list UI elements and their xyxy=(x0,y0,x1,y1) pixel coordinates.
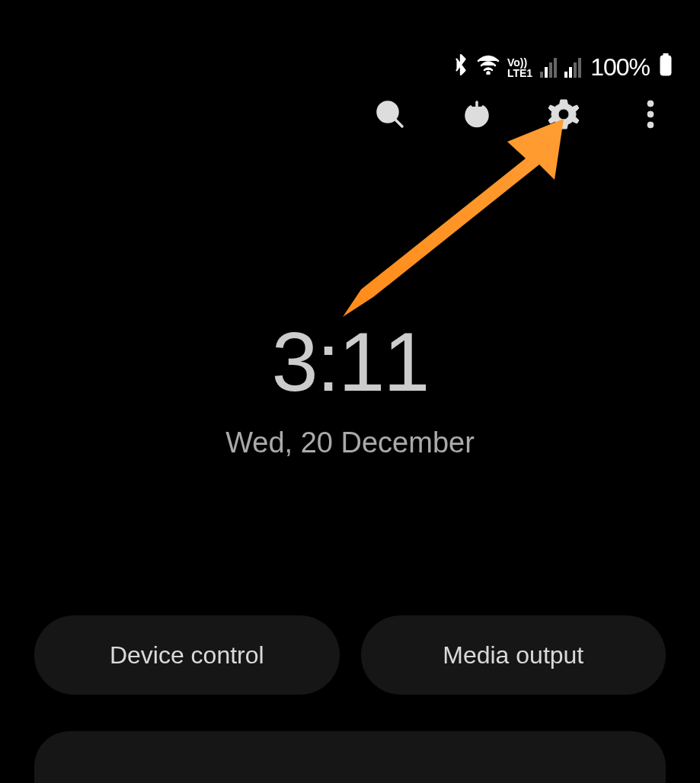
battery-percentage: 100% xyxy=(590,53,650,81)
svg-point-0 xyxy=(487,72,489,75)
power-button[interactable] xyxy=(459,97,494,133)
settings-button[interactable] xyxy=(546,97,581,133)
power-icon xyxy=(462,99,492,132)
signal-sim1-icon xyxy=(540,58,557,78)
clock-section: 3:11 Wed, 20 December xyxy=(0,320,700,459)
search-icon xyxy=(375,99,405,132)
notification-card[interactable] xyxy=(34,731,666,783)
svg-point-7 xyxy=(647,111,654,117)
volte-icon: Vo)) LTE1 xyxy=(507,57,532,78)
battery-icon xyxy=(659,53,673,81)
svg-line-4 xyxy=(395,120,402,126)
gear-icon xyxy=(548,98,580,133)
quick-action-row: Device control Media output xyxy=(34,615,666,695)
svg-rect-2 xyxy=(660,56,671,75)
media-output-button[interactable]: Media output xyxy=(361,615,666,695)
wifi-icon xyxy=(477,55,500,80)
more-vertical-icon xyxy=(647,99,654,132)
clock-time: 3:11 xyxy=(0,320,700,404)
more-button[interactable] xyxy=(633,97,668,133)
svg-point-6 xyxy=(647,101,654,107)
status-icons: Vo)) LTE1 xyxy=(452,53,581,81)
svg-marker-9 xyxy=(343,119,564,317)
quick-panel-toolbar xyxy=(372,97,668,133)
svg-point-8 xyxy=(647,122,654,128)
status-bar: Vo)) LTE1 100% xyxy=(452,53,673,81)
device-control-button[interactable]: Device control xyxy=(34,615,340,695)
signal-sim2-icon xyxy=(564,58,581,78)
clock-date: Wed, 20 December xyxy=(0,427,700,459)
annotation-arrow-icon xyxy=(335,114,579,335)
search-button[interactable] xyxy=(372,97,408,133)
bluetooth-icon xyxy=(452,53,469,81)
